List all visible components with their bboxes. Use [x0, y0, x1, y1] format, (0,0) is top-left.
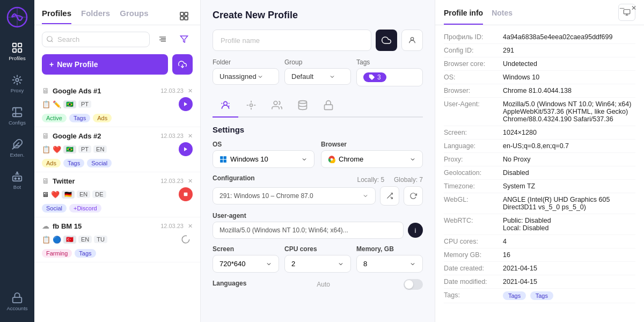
import-button[interactable] [172, 54, 193, 75]
info-val: 2021-04-15 [503, 278, 635, 286]
flag-badge: EN [93, 145, 107, 153]
nav-item-exten[interactable]: Exten. [2, 133, 32, 163]
cloud-button[interactable] [376, 30, 397, 51]
profile-icons-row: 📋 ✏️ 🇧🇷 PT [42, 97, 193, 111]
languages-toggle[interactable] [404, 279, 423, 290]
info-val: 291 [503, 47, 635, 54]
svg-point-19 [47, 36, 52, 41]
nav-item-accounts[interactable]: Accounts [2, 287, 32, 317]
info-row-os: OS: Windows 10 [444, 71, 635, 84]
tab-profile-info[interactable]: Profile info [444, 0, 483, 25]
tags-select[interactable]: 3 [356, 68, 423, 86]
nav-item-bot[interactable]: Bot [2, 165, 32, 195]
search-input[interactable] [42, 32, 150, 47]
layout-icon[interactable] [175, 8, 193, 25]
info-row-geolocation: Geolocation: Disabled [444, 166, 635, 180]
info-table: Профиль ID: 4a94a6838a5e4eea02caea95ddf6… [435, 25, 644, 322]
svg-rect-16 [185, 12, 188, 16]
info-row-webgl: WebGL: ANGLE (Intel(R) UHD Graphics 605 … [444, 193, 635, 214]
tab-settings-proxy[interactable] [238, 94, 264, 118]
profile-icons-row: 🖥 ❤️ 🇩🇪 EN DE [42, 187, 193, 201]
info-val: en-US;q=0.8,en;q=0.7 [503, 142, 635, 150]
folder-select[interactable]: Unassigned [213, 68, 279, 85]
flag-badge: EN [77, 191, 90, 198]
useragent-label: User-agent [213, 212, 423, 219]
close-button[interactable]: ✕ [630, 4, 638, 12]
config-label: Configuration [213, 174, 255, 182]
flag-badge: TU [94, 236, 107, 243]
pin-icon: ✕ [188, 87, 193, 94]
svg-point-12 [18, 178, 20, 179]
tab-notes[interactable]: Notes [492, 0, 513, 25]
screen-select[interactable]: 720*640 [213, 255, 279, 273]
svg-point-11 [14, 178, 16, 179]
tags-badge: 3 [363, 72, 386, 82]
minimize-button[interactable]: ─ [618, 4, 626, 12]
config-select[interactable]: 291: Windows 10 – Chrome 87.0 [213, 187, 376, 204]
new-profile-plus: + [49, 60, 54, 69]
info-row-tags: Tags: Tags Tags [444, 289, 635, 303]
profile-item-header: 🖥 Twitter 12.03.23 ✕ [42, 177, 193, 185]
tab-settings-data[interactable] [290, 94, 316, 118]
tab-settings-security[interactable] [316, 94, 341, 118]
sort-icon[interactable] [154, 31, 171, 48]
info-key: Date modified: [444, 278, 503, 286]
tab-settings-users[interactable] [264, 94, 290, 118]
useragent-info-button[interactable]: i [408, 223, 423, 238]
info-key: Config ID: [444, 47, 503, 54]
new-profile-button[interactable]: + New Profile [42, 54, 168, 75]
new-profile-label: New Profile [57, 60, 98, 69]
filter-icon[interactable] [175, 31, 193, 48]
os-select[interactable]: Windows 10 [213, 150, 314, 168]
os-label: OS [213, 141, 314, 148]
info-row-browser: Browser: Chrome 81.0.4044.138 [444, 84, 635, 98]
list-item[interactable]: 🖥 Google Ads #1 12.03.23 ✕ 📋 ✏️ 🇧🇷 PT Ac… [34, 82, 200, 127]
tab-profiles[interactable]: Profiles [42, 9, 71, 24]
list-item[interactable]: 🖥 Twitter 12.03.23 ✕ 🖥 ❤️ 🇩🇪 EN DE [34, 172, 200, 217]
browser-value: Chrome [339, 155, 363, 163]
profile-play-button[interactable] [179, 97, 193, 111]
info-key: Tags: [444, 291, 503, 299]
list-item[interactable]: ☁ fb BM 15 12.03.23 ✕ 📋 🔵 🇹🇷 EN TU [34, 217, 200, 262]
cpu-field: CPU cores 2 [284, 245, 351, 273]
pin-icon: ✕ [188, 133, 193, 140]
list-item[interactable]: 🖥 Google Ads #2 12.03.23 ✕ 📋 ❤️ 🇧🇷 PT EN [34, 127, 200, 172]
tab-settings-general[interactable] [213, 94, 238, 118]
info-key: OS: [444, 74, 503, 81]
profile-name-input[interactable] [213, 30, 371, 51]
nav-item-configs[interactable]: Configs [2, 101, 32, 131]
config-random-button[interactable] [380, 186, 399, 206]
app-logo [5, 5, 29, 29]
group-select[interactable]: Default [284, 68, 351, 85]
group-label: Group [284, 58, 351, 66]
svg-marker-24 [180, 36, 187, 42]
profile-item-header: 🖥 Google Ads #2 12.03.23 ✕ [42, 131, 193, 140]
info-val: 16 [503, 251, 635, 259]
left-navigation: Profiles Proxy Configs Exten. Bot Accoun… [0, 0, 34, 322]
profile-play-button[interactable] [179, 142, 193, 156]
tag-pill: Ads [93, 114, 112, 122]
profile-stop-button[interactable] [179, 187, 193, 201]
info-row-screen: Screen: 1024×1280 [444, 126, 635, 140]
profile-icon-button[interactable] [401, 30, 423, 51]
browser-select[interactable]: Chrome [321, 150, 423, 168]
profile-icon-cloud: ☁ [42, 222, 49, 230]
profile-icons-row: 📋 🔵 🇹🇷 EN TU [42, 232, 193, 246]
svg-rect-14 [13, 297, 22, 303]
cpu-select[interactable]: 2 [284, 255, 351, 273]
useragent-input[interactable] [213, 222, 404, 239]
folder-group-tags-row: Folder Unassigned Group Default Tags [213, 58, 423, 86]
tag-pill: Ads [42, 159, 61, 167]
tab-folders[interactable]: Folders [81, 9, 110, 24]
profiles-panel: Profiles Folders Groups [34, 0, 201, 322]
profile-tags: Social +Discord [42, 204, 193, 213]
info-row-date-created: Date created: 2021-04-15 [444, 262, 635, 275]
nav-item-proxy[interactable]: Proxy [2, 69, 32, 99]
memory-select[interactable]: 8 [356, 255, 423, 273]
svg-rect-6 [18, 49, 21, 52]
browser-select-inner: Chrome [328, 155, 363, 163]
tab-groups[interactable]: Groups [120, 9, 148, 24]
nav-item-profiles[interactable]: Profiles [2, 36, 32, 67]
config-refresh-button[interactable] [404, 186, 423, 206]
tag-pill: Tags [69, 114, 90, 122]
